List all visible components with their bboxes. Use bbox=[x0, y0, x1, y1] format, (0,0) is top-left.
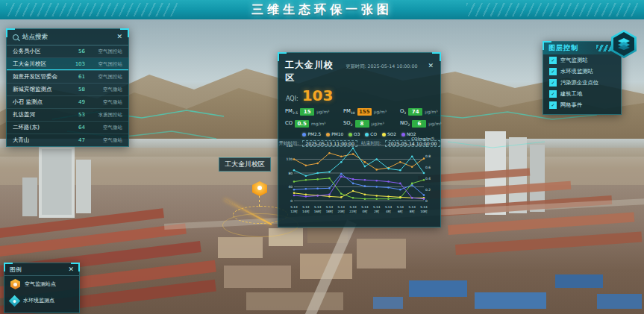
svg-text:80: 80 bbox=[288, 172, 293, 175]
aqi-value: 103 bbox=[302, 87, 334, 104]
detail-title: 工大金川校区 bbox=[285, 59, 341, 84]
checkbox-icon[interactable] bbox=[549, 79, 557, 87]
station-type: 空气国控站 bbox=[90, 74, 122, 81]
pollutant-no2: NO2 6 μg/m³ bbox=[400, 120, 442, 128]
svg-text:40: 40 bbox=[288, 185, 293, 189]
layer-item[interactable]: 建筑工地 bbox=[543, 88, 621, 99]
layer-item[interactable]: 空气监测站 bbox=[543, 54, 621, 66]
layer-item[interactable]: 污染源企业点位 bbox=[543, 77, 621, 88]
pollutant-o3: O3 74 μg/m³ bbox=[400, 108, 442, 116]
station-row[interactable]: 大青山 47 空气微站 bbox=[7, 134, 128, 146]
station-list-panel: 站点搜索 ✕ 公务员小区 56 空气国控站 工大金川校区 103 空气国控站 如… bbox=[6, 28, 129, 147]
pollutant-value-badge: 155 bbox=[357, 108, 372, 116]
svg-text:160: 160 bbox=[287, 144, 293, 148]
station-row-active[interactable]: 工大金川校区 103 空气国控站 bbox=[7, 58, 128, 71]
svg-text:5.148时: 5.148时 bbox=[409, 205, 416, 213]
pollutant-value-badge: 74 bbox=[408, 108, 422, 116]
station-name: 扎达盖河 bbox=[13, 111, 69, 119]
station-value: 53 bbox=[69, 112, 85, 118]
header-decor-left bbox=[6, 3, 178, 16]
checkbox-icon[interactable] bbox=[549, 90, 557, 98]
station-type: 水质国控站 bbox=[90, 112, 122, 119]
svg-text:5.142时: 5.142时 bbox=[373, 205, 381, 213]
pollutant-value-badge: 6 bbox=[412, 120, 426, 128]
station-value: 61 bbox=[69, 74, 85, 80]
station-name: 二环路(东) bbox=[13, 124, 69, 131]
layer-item-label: 网格事件 bbox=[560, 101, 582, 109]
station-row[interactable]: 扎达盖河 53 水质国控站 bbox=[7, 109, 128, 122]
station-type: 空气微站 bbox=[90, 137, 122, 144]
svg-text:5.140时: 5.140时 bbox=[361, 205, 369, 213]
legend-item[interactable]: PM2.5 bbox=[302, 132, 321, 136]
station-detail-panel: 工大金川校区 更新时间: 2025-05-14 10:00:00 ✕ AQI: … bbox=[278, 52, 441, 227]
station-value: 64 bbox=[69, 125, 85, 131]
station-type: 空气微站 bbox=[90, 125, 122, 131]
station-type: 空气微站 bbox=[90, 99, 122, 106]
pollutant-trend-chart: 0408012016000.20.40.60.815.1312时5.1314时5… bbox=[282, 141, 437, 224]
app-header: 三维生态环保一张图 bbox=[0, 0, 644, 19]
station-row[interactable]: 小召 监测点 49 空气微站 bbox=[7, 96, 128, 109]
layer-item-label: 水环境监测站 bbox=[560, 68, 593, 75]
station-value: 103 bbox=[69, 61, 85, 67]
checkbox-icon[interactable] bbox=[549, 101, 557, 109]
close-icon[interactable]: ✕ bbox=[68, 266, 74, 273]
legend-item[interactable]: CO bbox=[365, 132, 377, 136]
legend-dot bbox=[401, 133, 405, 136]
checkbox-icon[interactable] bbox=[549, 68, 557, 75]
svg-text:5.144时: 5.144时 bbox=[385, 205, 393, 213]
station-value: 49 bbox=[69, 99, 85, 105]
svg-text:0.6: 0.6 bbox=[425, 166, 431, 169]
layer-item[interactable]: 水环境监测站 bbox=[543, 66, 621, 77]
layer-item[interactable]: 网格事件 bbox=[543, 99, 621, 110]
svg-text:0.4: 0.4 bbox=[425, 177, 431, 180]
pollutant-pm10: PM10 155 μg/m³ bbox=[343, 108, 400, 116]
station-name: 工大金川校区 bbox=[13, 60, 69, 68]
pollutant-grid: PM2.5 15 μg/m³ PM10 155 μg/m³ O3 74 μg/m… bbox=[278, 106, 440, 129]
legend-entry-label: 水环境监测点 bbox=[23, 297, 54, 304]
close-icon[interactable]: ✕ bbox=[428, 63, 434, 69]
svg-text:5.1312时: 5.1312时 bbox=[290, 205, 298, 213]
station-name: 公务员小区 bbox=[13, 48, 69, 55]
station-row[interactable]: 如意开发区管委会 61 空气国控站 bbox=[7, 71, 128, 84]
station-row[interactable]: 公务员小区 56 空气国控站 bbox=[7, 45, 128, 58]
svg-text:5.1314时: 5.1314时 bbox=[302, 205, 310, 213]
legend-dot bbox=[365, 133, 369, 136]
pollutant-value-badge: 0.5 bbox=[295, 120, 309, 128]
map-station-label[interactable]: 工大金川校区 bbox=[219, 157, 271, 172]
svg-text:0: 0 bbox=[425, 199, 428, 203]
station-type: 空气微站 bbox=[90, 87, 122, 93]
station-name: 如意开发区管委会 bbox=[13, 73, 69, 81]
layer-panel-title: 图层控制 bbox=[548, 43, 578, 53]
legend-item[interactable]: SO2 bbox=[382, 132, 396, 136]
app-window: 三维生态环保一张图 站点搜索 ✕ 公务员小区 56 空气国控站 工大金川校区 1… bbox=[0, 0, 644, 314]
station-list-header: 站点搜索 ✕ bbox=[7, 29, 128, 45]
legend-item[interactable]: PM10 bbox=[326, 132, 343, 136]
checkbox-icon[interactable] bbox=[549, 57, 557, 64]
legend-dot bbox=[348, 133, 352, 136]
close-icon[interactable]: ✕ bbox=[116, 34, 122, 40]
svg-text:120: 120 bbox=[287, 157, 293, 161]
svg-text:5.146时: 5.146时 bbox=[397, 205, 404, 213]
station-value: 56 bbox=[69, 48, 85, 54]
update-time: 更新时间: 2025-05-14 10:00:00 bbox=[346, 63, 417, 70]
station-list-title: 站点搜索 bbox=[22, 33, 48, 42]
layer-item-label: 污染源企业点位 bbox=[560, 79, 598, 87]
station-row[interactable]: 新城宾馆监测点 58 空气微站 bbox=[7, 84, 128, 96]
legend-entry: 空气监测站点 bbox=[4, 276, 79, 292]
pollutant-co: CO 0.5 mg/m³ bbox=[285, 120, 343, 128]
svg-text:0.8: 0.8 bbox=[425, 154, 431, 158]
diamond-cyan-icon bbox=[9, 295, 21, 307]
pollutant-value-badge: 15 bbox=[300, 108, 314, 116]
legend-item[interactable]: O3 bbox=[348, 132, 360, 136]
legend-dot bbox=[326, 133, 330, 136]
station-row[interactable]: 二环路(东) 64 空气微站 bbox=[7, 122, 128, 134]
map-legend-panel: 图例 ✕ 空气监测站点 水环境监测点 bbox=[4, 263, 80, 313]
search-icon bbox=[13, 34, 19, 40]
hex-orange-icon bbox=[10, 279, 20, 289]
legend-entry-label: 空气监测站点 bbox=[25, 280, 56, 288]
pollutant-pm25: PM2.5 15 μg/m³ bbox=[285, 108, 343, 116]
station-name: 小召 监测点 bbox=[13, 98, 69, 106]
header-decor-right bbox=[466, 3, 638, 16]
layer-panel-header: 图层控制 bbox=[543, 42, 621, 54]
legend-panel-title: 图例 bbox=[10, 266, 22, 274]
